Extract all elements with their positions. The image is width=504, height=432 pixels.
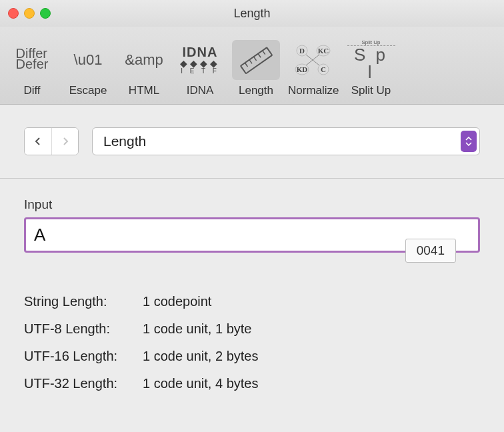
- escape-icon: \u01: [64, 40, 112, 80]
- toolbar-item-label: Length: [239, 84, 273, 97]
- toolbar-item-label: IDNA: [187, 84, 214, 97]
- svg-line-2: [249, 60, 252, 64]
- toolbar-item-label: Normalize: [288, 84, 339, 97]
- toolbar-item-html[interactable]: &amp HTML: [116, 36, 172, 104]
- result-value: 1 code unit, 4 bytes: [143, 376, 258, 391]
- svg-line-3: [254, 57, 257, 61]
- split-up-icon: Split Up S p l: [347, 40, 395, 80]
- result-key: UTF-32 Length:: [24, 376, 143, 391]
- result-row: UTF-32 Length: 1 code unit, 4 bytes: [24, 376, 480, 391]
- toolbar-item-length[interactable]: Length: [228, 36, 284, 104]
- diff-icon: Differ Defer: [8, 40, 56, 80]
- result-value: 1 code unit, 2 bytes: [143, 349, 258, 364]
- result-key: UTF-8 Length:: [24, 321, 143, 337]
- norm-D: D: [299, 47, 305, 55]
- codepoint-badge: 0041: [405, 239, 456, 263]
- toolbar-item-diff[interactable]: Differ Defer Diff: [4, 36, 60, 104]
- html-icon: &amp: [120, 40, 168, 80]
- result-row: UTF-16 Length: 1 code unit, 2 bytes: [24, 349, 480, 364]
- result-value: 1 code unit, 1 byte: [143, 321, 251, 337]
- toolbar: Differ Defer Diff \u01 Escape &amp HTML …: [0, 27, 504, 105]
- toolbar-item-split-up[interactable]: Split Up S p l Split Up: [343, 36, 399, 104]
- svg-line-5: [263, 51, 265, 55]
- results-list: String Length: 1 codepoint UTF-8 Length:…: [24, 294, 480, 391]
- result-key: String Length:: [24, 294, 143, 309]
- svg-line-4: [258, 53, 261, 57]
- nav-buttons: [24, 127, 79, 155]
- toolbar-item-idna[interactable]: IDNA ◆◆◆◆ I E T F IDNA: [172, 36, 228, 104]
- result-value: 1 codepoint: [143, 294, 211, 309]
- dropdown-selected-label: Length: [93, 133, 157, 149]
- app-window: Length Differ Defer Diff \u01 Escape &am…: [0, 0, 504, 432]
- mode-dropdown[interactable]: Length: [92, 127, 480, 155]
- idna-icon: IDNA ◆◆◆◆ I E T F: [176, 40, 224, 80]
- toolbar-item-label: HTML: [129, 84, 159, 97]
- nav-back-button[interactable]: [25, 128, 51, 155]
- result-key: UTF-16 Length:: [24, 349, 143, 364]
- toolbar-item-label: Escape: [69, 84, 107, 97]
- toolbar-item-label: Split Up: [351, 84, 391, 97]
- result-row: String Length: 1 codepoint: [24, 294, 480, 309]
- input-label: Input: [24, 197, 480, 212]
- dropdown-stepper-icon: [461, 131, 477, 152]
- toolbar-item-escape[interactable]: \u01 Escape: [60, 36, 116, 104]
- nav-forward-button[interactable]: [51, 128, 78, 155]
- svg-text:KD: KD: [297, 65, 308, 73]
- subheader: Length: [0, 105, 504, 179]
- result-row: UTF-8 Length: 1 code unit, 1 byte: [24, 321, 480, 337]
- svg-text:C: C: [321, 65, 326, 73]
- svg-line-1: [245, 63, 247, 67]
- window-title: Length: [0, 7, 504, 21]
- ruler-icon: [232, 40, 280, 80]
- svg-text:KC: KC: [318, 47, 329, 55]
- svg-rect-0: [241, 47, 272, 73]
- toolbar-item-normalize[interactable]: D KC KD C Normalize: [284, 36, 343, 104]
- content-area: Input 0041 String Length: 1 codepoint UT…: [0, 179, 504, 391]
- titlebar: Length: [0, 0, 504, 27]
- normalize-icon: D KC KD C: [289, 40, 337, 80]
- toolbar-item-label: Diff: [23, 84, 40, 97]
